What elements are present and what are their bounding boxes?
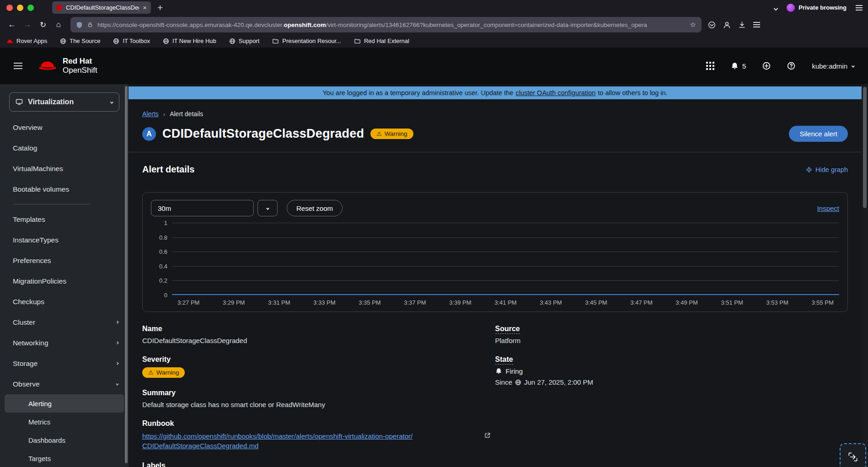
console-masthead: Red Hat OpenShift 5 kube:admin xyxy=(0,48,868,84)
name-label: Name xyxy=(142,325,495,333)
sidebar-item-preferences[interactable]: Preferences xyxy=(0,250,129,271)
app-launcher-icon[interactable] xyxy=(706,62,714,70)
home-button[interactable]: ⌂ xyxy=(51,18,66,32)
alert-graph-card: 30m Reset zoom Inspect 1 0.8 0.6 0.4 0.2… xyxy=(142,192,848,312)
bookmark-star-icon[interactable]: ☆ xyxy=(690,21,696,29)
sidebar: Virtualization Overview Catalog VirtualM… xyxy=(0,84,129,467)
chart-plot-area[interactable]: 3:27 PM 3:29 PM 3:31 PM 3:33 PM 3:35 PM … xyxy=(172,223,839,295)
sidebar-item-label: Networking xyxy=(13,339,48,347)
downloads-icon[interactable] xyxy=(738,21,746,29)
bookmark-red-hat-external[interactable]: Red Hat External xyxy=(354,38,409,44)
bookmark-label: Rover Apps xyxy=(16,38,47,44)
bookmark-support[interactable]: Support xyxy=(229,38,260,44)
reset-zoom-button[interactable]: Reset zoom xyxy=(287,200,343,216)
username: kube:admin xyxy=(812,62,847,70)
bookmark-presentation-resources[interactable]: Presentation Resour... xyxy=(272,38,341,44)
help-icon[interactable] xyxy=(787,62,795,70)
chevron-right-icon xyxy=(116,321,119,324)
page-scrollbar[interactable] xyxy=(862,84,868,467)
bookmark-it-toolbox[interactable]: IT Toolbox xyxy=(113,38,150,44)
warning-badge-label: Warning xyxy=(385,130,407,137)
app-menu-icon[interactable] xyxy=(753,22,760,27)
warning-badge: ⚠ Warning xyxy=(370,129,413,139)
state-value: Firing xyxy=(506,367,523,375)
breadcrumb-current: Alert details xyxy=(170,110,203,118)
x-tick: 3:35 PM xyxy=(359,299,380,306)
x-tick: 3:39 PM xyxy=(449,299,471,306)
chevron-right-icon xyxy=(116,341,119,344)
external-link-icon[interactable] xyxy=(484,432,491,439)
back-button[interactable]: ← xyxy=(5,18,19,32)
time-range-select[interactable]: 30m xyxy=(151,200,254,216)
folder-icon xyxy=(354,38,361,44)
window-menu-icon[interactable] xyxy=(856,5,863,11)
inspect-link[interactable]: Inspect xyxy=(817,204,839,212)
x-tick: 3:37 PM xyxy=(404,299,426,306)
source-value: Platform xyxy=(495,337,848,344)
globe-icon xyxy=(60,38,66,44)
sidebar-item-templates[interactable]: Templates xyxy=(0,209,129,230)
warning-triangle-icon: ⚠ xyxy=(376,130,382,137)
notifications-button[interactable]: 5 xyxy=(731,62,746,70)
sidebar-item-instancetypes[interactable]: InstanceTypes xyxy=(0,230,129,250)
sidebar-item-virtualmachines[interactable]: VirtualMachines xyxy=(0,158,129,179)
breadcrumb-alerts-link[interactable]: Alerts xyxy=(142,110,159,118)
sidebar-item-alerting[interactable]: Alerting xyxy=(5,394,124,413)
runbook-link-line2: CDIDefaultStorageClassDegraded.md xyxy=(142,441,495,451)
url-domain: openshift.com xyxy=(284,21,326,28)
perspective-switcher[interactable]: Virtualization xyxy=(9,92,119,112)
address-bar[interactable]: https://console-openshift-console.apps.e… xyxy=(70,17,702,32)
window-close-button[interactable] xyxy=(6,5,13,11)
time-range-caret-button[interactable] xyxy=(257,200,278,216)
alert-severity-icon: A xyxy=(142,127,156,141)
y-tick: 0.4 xyxy=(159,263,167,269)
pocket-save-icon[interactable] xyxy=(708,21,716,29)
silence-alert-button[interactable]: Silence alert xyxy=(789,126,848,142)
runbook-link[interactable]: https://github.com/openshift/runbooks/bl… xyxy=(142,431,495,451)
bookmark-it-new-hire-hub[interactable]: IT New Hire Hub xyxy=(163,38,216,44)
new-tab-button[interactable]: + xyxy=(157,3,163,12)
oauth-config-link[interactable]: cluster OAuth configuration xyxy=(515,89,595,97)
sidebar-item-checkups[interactable]: Checkups xyxy=(0,291,129,312)
sidebar-item-catalog[interactable]: Catalog xyxy=(0,138,129,158)
list-tabs-icon[interactable] xyxy=(774,4,777,12)
globe-icon xyxy=(163,38,169,44)
bookmark-rover-apps[interactable]: Rover Apps xyxy=(6,38,47,44)
lock-icon[interactable] xyxy=(87,21,93,28)
hide-graph-link[interactable]: Hide graph xyxy=(806,166,848,173)
nav-toggle-icon[interactable] xyxy=(14,63,22,69)
user-menu[interactable]: kube:admin xyxy=(812,62,854,70)
severity-warning-badge: ⚠ Warning xyxy=(142,367,185,378)
sidebar-item-metrics[interactable]: Metrics xyxy=(5,413,124,431)
add-icon[interactable] xyxy=(762,62,771,70)
banner-text-after: to allow others to log in. xyxy=(598,89,667,97)
sidebar-item-targets[interactable]: Targets xyxy=(5,449,124,467)
window-minimize-button[interactable] xyxy=(17,5,23,11)
tracking-shield-icon[interactable] xyxy=(76,21,83,28)
reload-button[interactable]: ↻ xyxy=(36,18,50,32)
sidebar-item-overview[interactable]: Overview xyxy=(0,117,129,138)
sidebar-item-networking[interactable]: Networking xyxy=(0,333,129,353)
chart-y-axis: 1 0.8 0.6 0.4 0.2 0 xyxy=(151,223,172,295)
browser-tab[interactable]: CDIDefaultStorageClassDegrad × xyxy=(52,1,151,14)
account-icon[interactable] xyxy=(723,21,731,29)
sidebar-item-cluster[interactable]: Cluster xyxy=(0,312,129,333)
x-tick: 3:29 PM xyxy=(223,299,245,306)
tab-close-icon[interactable]: × xyxy=(143,4,147,11)
window-zoom-button[interactable] xyxy=(27,5,34,11)
forward-button[interactable]: → xyxy=(20,18,35,32)
sidebar-item-dashboards[interactable]: Dashboards xyxy=(5,431,124,449)
floating-screen-tool-button[interactable] xyxy=(840,443,866,467)
sidebar-item-migrationpolicies[interactable]: MigrationPolicies xyxy=(0,271,129,291)
sidebar-item-bootable-volumes[interactable]: Bootable volumes xyxy=(0,179,129,199)
sidebar-item-storage[interactable]: Storage xyxy=(0,353,129,374)
perspective-label: Virtualization xyxy=(28,98,74,106)
sidebar-scrollbar[interactable] xyxy=(125,86,128,463)
redhat-icon xyxy=(6,39,13,43)
bookmark-label: The Source xyxy=(70,38,100,44)
folder-icon xyxy=(272,38,279,44)
bookmark-the-source[interactable]: The Source xyxy=(60,38,100,44)
globe-icon xyxy=(229,38,236,44)
sidebar-item-observe[interactable]: Observe xyxy=(0,374,129,394)
scrollbar-thumb[interactable] xyxy=(863,87,867,208)
